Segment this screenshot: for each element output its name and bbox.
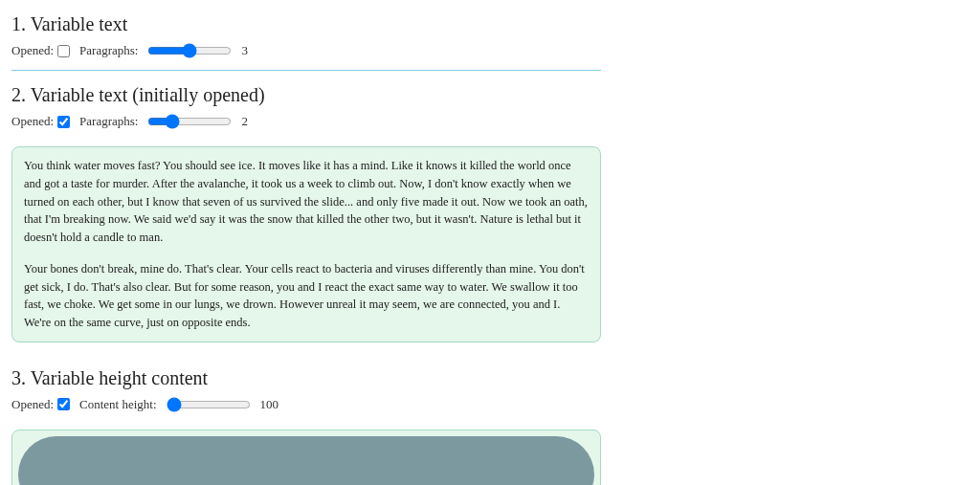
opened-label-text: Opened: (11, 397, 54, 412)
opened-label-text: Opened: (11, 114, 54, 129)
section-variable-text: 1. Variable text Opened: Paragraphs: 3 (11, 13, 601, 71)
section-title: 1. Variable text (11, 13, 601, 35)
height-slider[interactable] (167, 397, 251, 412)
paragraphs-slider[interactable] (147, 43, 232, 58)
controls-row: Opened: Paragraphs: 3 (11, 43, 601, 58)
paragraphs-label: Paragraphs: (79, 114, 138, 129)
opened-label-text: Opened: (11, 43, 54, 58)
height-label-text: Content height: (79, 397, 157, 412)
controls-row: Opened: Content height: 100 (11, 397, 601, 412)
paragraph-text: You think water moves fast? You should s… (24, 157, 589, 247)
height-label: Content height: (79, 397, 157, 412)
section-variable-text-opened: 2. Variable text (initially opened) Open… (11, 84, 601, 354)
content-card (11, 430, 601, 485)
height-value: 100 (260, 397, 283, 412)
opened-label: Opened: (11, 397, 70, 412)
controls-row: Opened: Paragraphs: 2 (11, 114, 601, 129)
paragraphs-value: 3 (241, 43, 264, 58)
section-title: 2. Variable text (initially opened) (11, 84, 601, 106)
content-card: You think water moves fast? You should s… (11, 146, 601, 342)
height-pill (18, 436, 594, 485)
paragraphs-label-text: Paragraphs: (79, 114, 138, 129)
opened-label: Opened: (11, 43, 70, 58)
paragraphs-label: Paragraphs: (79, 43, 138, 58)
opened-checkbox[interactable] (57, 45, 70, 57)
opened-checkbox[interactable] (57, 398, 70, 410)
section-variable-height: 3. Variable height content Opened: Conte… (11, 367, 601, 485)
paragraphs-slider[interactable] (147, 114, 232, 129)
opened-label: Opened: (11, 114, 70, 129)
paragraph-text: Your bones don't break, mine do. That's … (24, 260, 589, 332)
section-title: 3. Variable height content (11, 367, 601, 389)
paragraphs-label-text: Paragraphs: (79, 43, 138, 58)
opened-checkbox[interactable] (57, 116, 70, 128)
paragraphs-value: 2 (241, 114, 264, 129)
